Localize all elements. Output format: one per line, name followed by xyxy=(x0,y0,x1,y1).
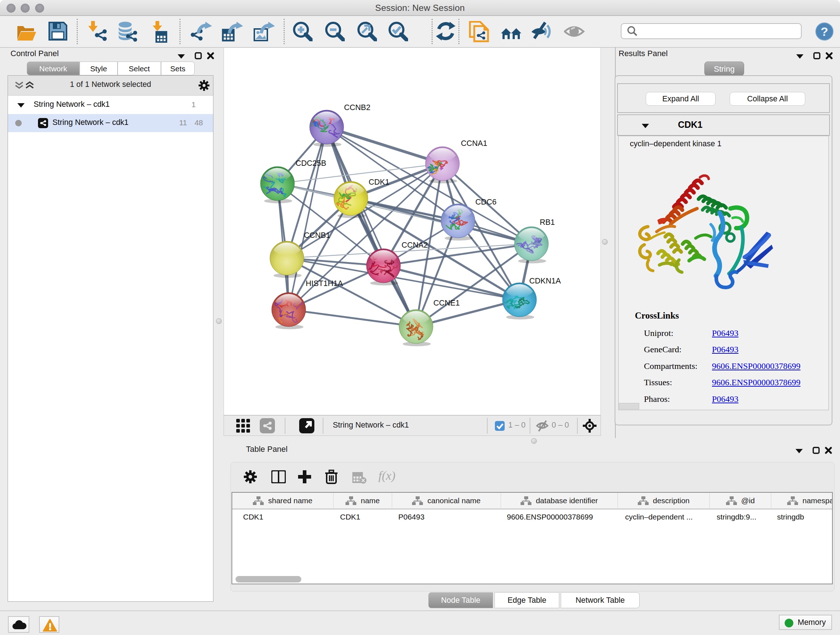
svg-text:CCNB2: CCNB2 xyxy=(344,103,370,112)
svg-text:CCNB1: CCNB1 xyxy=(304,231,330,240)
svg-text:CDC6: CDC6 xyxy=(475,198,497,206)
svg-text:CDC25B: CDC25B xyxy=(295,159,326,168)
svg-text:RB1: RB1 xyxy=(540,218,555,226)
svg-text:CCNE1: CCNE1 xyxy=(433,299,460,307)
svg-text:CDK1: CDK1 xyxy=(369,178,389,187)
svg-text:CCNA2: CCNA2 xyxy=(401,241,428,249)
svg-text:CDKN1A: CDKN1A xyxy=(529,277,561,285)
svg-text:CCNA1: CCNA1 xyxy=(461,139,487,148)
svg-text:HIST1H1A: HIST1H1A xyxy=(306,279,343,288)
